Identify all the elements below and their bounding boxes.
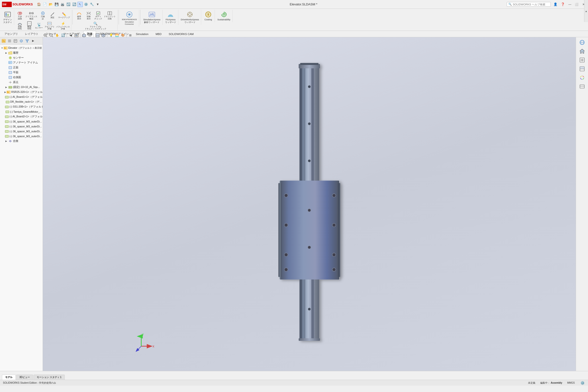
rp-home-btn[interactable] (578, 47, 586, 55)
rp-globe-btn[interactable] (578, 38, 586, 46)
hole-check-btn[interactable]: 穴検証 (38, 10, 48, 20)
sustainability-icon (220, 11, 227, 18)
vt-previous-view[interactable]: ◀ (68, 32, 73, 38)
tab-layout[interactable]: レイアウト (22, 31, 42, 37)
print-btn[interactable]: 🖨️ (60, 2, 65, 7)
tree-expand-fixed1[interactable]: ▶ (4, 86, 8, 89)
tree-origin[interactable]: 原点 (0, 80, 43, 85)
tree-top-plane[interactable]: 平面 (0, 70, 43, 75)
simxpress-btn[interactable]: SimulationXpress解析ウィザード (142, 10, 162, 24)
vt-zoom-to-fit[interactable] (43, 32, 48, 38)
more-btn[interactable]: ▼ (95, 2, 100, 7)
vt-appearance[interactable]: 🎨 (120, 32, 126, 38)
tree-fixed1[interactable]: ▶ (固定) 10×10_Al_Squ... (0, 85, 43, 90)
tree-mate[interactable]: ▶ 合致 (0, 139, 43, 144)
tree-expand-root[interactable]: ▼ (1, 46, 3, 50)
restore-btn[interactable]: ⬜ (574, 2, 579, 7)
tree-rsr25[interactable]: ▶ RSR25-320<1>（デフォルト<... (0, 90, 43, 94)
driveworks-btn[interactable]: DriveWorksXpressウィザード (180, 10, 200, 24)
design-study-btn[interactable]: デザインスタディ (2, 10, 13, 24)
tree-spacer1[interactable]: (-) 36_spacer_M3_outerDi... (0, 119, 43, 124)
vt-display-pane[interactable]: ⊞ (128, 32, 133, 38)
tree-ss1[interactable]: (-) SS1-20B<1>（デフォルト... (0, 104, 43, 109)
doc-compare-btn[interactable]: ドキュメント比較 (103, 10, 116, 20)
tree-sensor[interactable]: センサー (0, 55, 43, 60)
sensor-btn[interactable]: 📡 センサー (34, 22, 44, 30)
sustainability-btn[interactable]: Sustainability (216, 10, 231, 22)
markup-btn[interactable]: ✏️ マークアップ (57, 11, 70, 19)
vt-section[interactable] (95, 32, 100, 38)
tt-origin-btn[interactable] (18, 38, 24, 44)
rp-zoom-btn[interactable] (578, 56, 586, 64)
undo-btn[interactable]: ↩️ (66, 2, 71, 7)
svg-point-58 (21, 40, 22, 41)
vt-hide-show[interactable] (87, 32, 92, 38)
rp-appearance-btn[interactable] (578, 74, 586, 82)
floxpress-btn[interactable]: FloXpressウィザード (164, 10, 177, 24)
vt-display-style[interactable] (81, 32, 87, 38)
tree-al-board1[interactable]: (-) Al_Board1<1>（デフォル... (0, 94, 43, 100)
vt-zoom[interactable] (48, 32, 54, 38)
tt-hide-btn[interactable]: ▶ (30, 38, 36, 44)
toolbar-collapse-btn[interactable]: ▲ (584, 9, 588, 22)
tree-expand-rsr25[interactable]: ▶ (4, 90, 6, 94)
body-check-btn[interactable]: ボディチェック (94, 10, 103, 20)
tree-tamiya[interactable]: (-) Tamiya_GearedMotor_... (0, 109, 43, 114)
status-gear-btn[interactable]: ⚙️ (580, 380, 585, 386)
perf-btn[interactable]: ⚡ パフォーマンス評価 (55, 20, 70, 31)
vt-lights[interactable]: 💡 (108, 32, 114, 38)
vt-rotate[interactable]: 🔄 (60, 32, 66, 38)
curvature-btn[interactable]: 曲率表示 (74, 10, 84, 20)
help-btn[interactable]: ❓ (560, 2, 566, 7)
mass-btn[interactable]: 質量特性 (15, 20, 24, 31)
tab-assembly[interactable]: アセンブリ (1, 31, 21, 37)
clearance-btn[interactable]: クリアランス確認 (25, 10, 38, 20)
interference-btn[interactable]: 干渉認識 (15, 10, 24, 20)
costing-btn[interactable]: $ Costing (202, 10, 214, 22)
redo-btn[interactable]: ↪️ (72, 2, 77, 7)
tt-list-btn[interactable] (7, 38, 12, 44)
tree-root[interactable]: ▼ Elevator（デフォルト＜表示状 (0, 46, 43, 50)
minimize-btn[interactable]: — (568, 2, 572, 7)
options-btn[interactable]: ⚙️ (83, 2, 89, 7)
tree-spacer4[interactable]: (-) 36_spacer_M3_outerDi... (0, 134, 43, 139)
measure-btn[interactable]: 測定 (48, 11, 57, 19)
assy-eval-btn[interactable]: アセンブリ評価 (44, 20, 55, 31)
vt-view-cube[interactable] (101, 32, 106, 38)
bottom-tab-motion[interactable]: モーション スタディ 1 (34, 374, 65, 380)
rebuild-btn[interactable]: 🔧 (89, 2, 94, 7)
new-btn[interactable]: 📄 (42, 2, 48, 7)
tdx-btn[interactable]: 3DEXPERIENCESimulationConnector (121, 10, 138, 26)
tree-expand-mate[interactable]: ▶ (4, 140, 8, 143)
vt-pan[interactable]: ✋ (54, 32, 60, 38)
home-btn[interactable]: 🏠 (36, 2, 42, 7)
open-btn[interactable]: 📂 (48, 2, 54, 7)
rp-section-view-btn[interactable] (578, 82, 586, 91)
tt-assembly-icon[interactable] (1, 38, 6, 44)
tree-spacer3[interactable]: (-) 36_spacer_M3_outerDi... (0, 129, 43, 134)
tree-spacer2[interactable]: (-) 36_spacer_M3_outerDi... (0, 124, 43, 129)
tree-expand-history[interactable]: ▶ (4, 51, 8, 55)
tree-al-board2[interactable]: (-) Al_Board2<1>（デフォル... (0, 114, 43, 119)
tree-history[interactable]: ▶ 履歴 (0, 50, 43, 55)
bottom-tab-3d[interactable]: 3Dビュー (16, 374, 33, 380)
tt-filter-btn[interactable] (24, 38, 30, 44)
symmetry-btn[interactable]: 対称表示 (84, 10, 93, 20)
vt-scene[interactable]: 🌅 (114, 32, 120, 38)
rp-section-btn[interactable] (578, 65, 586, 73)
section-btn[interactable]: 断面特性 (25, 20, 34, 31)
search-input[interactable] (513, 3, 547, 6)
save-btn[interactable]: 💾 (54, 2, 59, 7)
select-btn[interactable]: ↖ (78, 2, 83, 7)
help-contact-btn[interactable]: 👤 (553, 2, 558, 7)
tt-properties-btn[interactable] (13, 38, 18, 44)
tree-front-plane[interactable]: 正面 (0, 65, 43, 70)
tree-annotation[interactable]: アノテート アイテム (0, 60, 43, 65)
tree-dr-flex[interactable]: DR_flexible_rack<1>（デ... (0, 100, 43, 104)
active-check-btn[interactable]: 🔍 アクティブなドキュメントのチェック (84, 20, 107, 31)
vt-view-orient[interactable] (74, 32, 79, 38)
bottom-tab-model[interactable]: モデル (2, 374, 16, 380)
viewport[interactable]: x y (43, 37, 576, 371)
tree-right-plane[interactable]: 右側面 (0, 75, 43, 80)
search-box[interactable]: 🔍 (507, 2, 551, 6)
